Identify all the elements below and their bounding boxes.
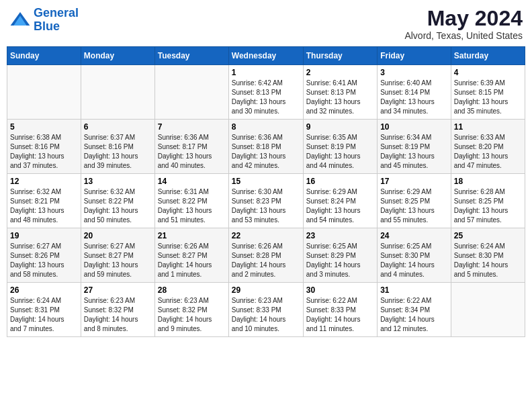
day-number: 8 [232,122,300,132]
calendar-cell: 9Sunrise: 6:35 AM Sunset: 8:19 PM Daylig… [303,120,377,174]
day-number: 2 [306,68,374,77]
day-number: 4 [454,68,522,77]
calendar-cell: 3Sunrise: 6:40 AM Sunset: 8:14 PM Daylig… [378,65,451,120]
day-info: Sunrise: 6:23 AM Sunset: 8:32 PM Dayligh… [84,296,152,334]
month-title: May 2024 [404,7,523,30]
calendar-cell: 4Sunrise: 6:39 AM Sunset: 8:15 PM Daylig… [451,65,525,120]
day-number: 9 [306,122,374,132]
day-number: 12 [10,177,78,186]
day-info: Sunrise: 6:25 AM Sunset: 8:30 PM Dayligh… [380,242,448,279]
day-info: Sunrise: 6:27 AM Sunset: 8:27 PM Dayligh… [84,242,152,279]
header-tuesday: Tuesday [154,47,228,65]
day-info: Sunrise: 6:24 AM Sunset: 8:30 PM Dayligh… [454,242,522,279]
week-row-5: 26Sunrise: 6:24 AM Sunset: 8:31 PM Dayli… [7,283,525,337]
day-info: Sunrise: 6:27 AM Sunset: 8:26 PM Dayligh… [10,242,78,279]
day-info: Sunrise: 6:23 AM Sunset: 8:33 PM Dayligh… [232,296,300,334]
week-row-1: 1Sunrise: 6:42 AM Sunset: 8:13 PM Daylig… [7,65,525,120]
week-row-3: 12Sunrise: 6:32 AM Sunset: 8:21 PM Dayli… [7,174,525,228]
day-number: 7 [158,122,226,132]
calendar-cell: 25Sunrise: 6:24 AM Sunset: 8:30 PM Dayli… [451,228,525,283]
day-info: Sunrise: 6:32 AM Sunset: 8:22 PM Dayligh… [84,187,152,225]
calendar-header: SundayMondayTuesdayWednesdayThursdayFrid… [7,47,525,65]
calendar-cell: 30Sunrise: 6:22 AM Sunset: 8:33 PM Dayli… [303,283,377,337]
day-number: 29 [232,285,300,295]
day-number: 24 [380,231,448,240]
header-saturday: Saturday [451,47,525,65]
calendar-cell: 17Sunrise: 6:29 AM Sunset: 8:25 PM Dayli… [378,174,451,228]
page-header: General Blue May 2024 Alvord, Texas, Uni… [7,7,525,41]
day-number: 10 [380,122,448,132]
day-number: 14 [158,177,226,186]
day-number: 17 [380,177,448,186]
day-info: Sunrise: 6:24 AM Sunset: 8:31 PM Dayligh… [10,296,78,334]
header-friday: Friday [378,47,451,65]
day-number: 6 [84,122,152,132]
day-info: Sunrise: 6:33 AM Sunset: 8:20 PM Dayligh… [454,133,522,171]
day-number: 22 [232,231,300,240]
calendar-cell: 11Sunrise: 6:33 AM Sunset: 8:20 PM Dayli… [451,120,525,174]
day-number: 20 [84,231,152,240]
calendar-cell: 13Sunrise: 6:32 AM Sunset: 8:22 PM Dayli… [81,174,154,228]
calendar-cell: 24Sunrise: 6:25 AM Sunset: 8:30 PM Dayli… [378,228,451,283]
day-number: 11 [454,122,522,132]
day-info: Sunrise: 6:26 AM Sunset: 8:28 PM Dayligh… [232,242,300,279]
day-info: Sunrise: 6:23 AM Sunset: 8:32 PM Dayligh… [158,296,226,334]
calendar-cell: 15Sunrise: 6:30 AM Sunset: 8:23 PM Dayli… [228,174,303,228]
logo: General Blue [9,7,79,34]
calendar-cell: 12Sunrise: 6:32 AM Sunset: 8:21 PM Dayli… [7,174,81,228]
day-number: 5 [10,122,78,132]
day-number: 15 [232,177,300,186]
calendar-cell [7,65,81,120]
calendar-cell: 19Sunrise: 6:27 AM Sunset: 8:26 PM Dayli… [7,228,81,283]
calendar-cell: 31Sunrise: 6:22 AM Sunset: 8:34 PM Dayli… [378,283,451,337]
calendar-cell: 10Sunrise: 6:34 AM Sunset: 8:19 PM Dayli… [378,120,451,174]
day-number: 28 [158,285,226,295]
calendar-cell: 2Sunrise: 6:41 AM Sunset: 8:13 PM Daylig… [303,65,377,120]
header-thursday: Thursday [303,47,377,65]
day-info: Sunrise: 6:28 AM Sunset: 8:25 PM Dayligh… [454,187,522,225]
title-area: May 2024 Alvord, Texas, United States [404,7,523,41]
calendar-cell: 21Sunrise: 6:26 AM Sunset: 8:27 PM Dayli… [154,228,228,283]
day-info: Sunrise: 6:41 AM Sunset: 8:13 PM Dayligh… [306,79,374,116]
header-sunday: Sunday [7,47,81,65]
day-number: 19 [10,231,78,240]
day-info: Sunrise: 6:30 AM Sunset: 8:23 PM Dayligh… [232,187,300,225]
day-number: 18 [454,177,522,186]
day-number: 26 [10,285,78,295]
day-info: Sunrise: 6:37 AM Sunset: 8:16 PM Dayligh… [84,133,152,171]
calendar-cell: 1Sunrise: 6:42 AM Sunset: 8:13 PM Daylig… [228,65,303,120]
day-info: Sunrise: 6:32 AM Sunset: 8:21 PM Dayligh… [10,187,78,225]
calendar-cell: 22Sunrise: 6:26 AM Sunset: 8:28 PM Dayli… [228,228,303,283]
calendar-cell [81,65,154,120]
calendar-cell: 20Sunrise: 6:27 AM Sunset: 8:27 PM Dayli… [81,228,154,283]
calendar-table: SundayMondayTuesdayWednesdayThursdayFrid… [7,46,525,337]
week-row-4: 19Sunrise: 6:27 AM Sunset: 8:26 PM Dayli… [7,228,525,283]
day-number: 25 [454,231,522,240]
calendar-cell: 14Sunrise: 6:31 AM Sunset: 8:22 PM Dayli… [154,174,228,228]
calendar-cell: 16Sunrise: 6:29 AM Sunset: 8:24 PM Dayli… [303,174,377,228]
day-info: Sunrise: 6:39 AM Sunset: 8:15 PM Dayligh… [454,79,522,116]
day-number: 21 [158,231,226,240]
day-info: Sunrise: 6:38 AM Sunset: 8:16 PM Dayligh… [10,133,78,171]
calendar-cell: 26Sunrise: 6:24 AM Sunset: 8:31 PM Dayli… [7,283,81,337]
calendar-cell: 27Sunrise: 6:23 AM Sunset: 8:32 PM Dayli… [81,283,154,337]
day-info: Sunrise: 6:34 AM Sunset: 8:19 PM Dayligh… [380,133,448,171]
calendar-body: 1Sunrise: 6:42 AM Sunset: 8:13 PM Daylig… [7,65,525,337]
day-number: 1 [232,68,300,77]
day-number: 27 [84,285,152,295]
header-row: SundayMondayTuesdayWednesdayThursdayFrid… [7,47,525,65]
week-row-2: 5Sunrise: 6:38 AM Sunset: 8:16 PM Daylig… [7,120,525,174]
day-number: 30 [306,285,374,295]
day-info: Sunrise: 6:29 AM Sunset: 8:24 PM Dayligh… [306,187,374,225]
day-info: Sunrise: 6:29 AM Sunset: 8:25 PM Dayligh… [380,187,448,225]
day-info: Sunrise: 6:22 AM Sunset: 8:33 PM Dayligh… [306,296,374,334]
day-number: 31 [380,285,448,295]
calendar-cell: 8Sunrise: 6:36 AM Sunset: 8:18 PM Daylig… [228,120,303,174]
calendar-cell [154,65,228,120]
day-info: Sunrise: 6:40 AM Sunset: 8:14 PM Dayligh… [380,79,448,116]
day-info: Sunrise: 6:36 AM Sunset: 8:18 PM Dayligh… [232,133,300,171]
header-wednesday: Wednesday [228,47,303,65]
day-info: Sunrise: 6:22 AM Sunset: 8:34 PM Dayligh… [380,296,448,334]
calendar-cell [451,283,525,337]
calendar-cell: 29Sunrise: 6:23 AM Sunset: 8:33 PM Dayli… [228,283,303,337]
